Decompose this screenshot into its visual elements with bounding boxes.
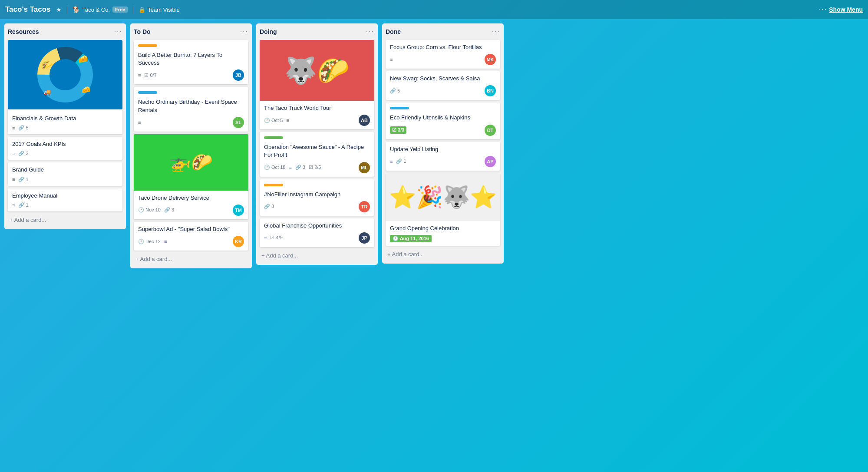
card-eco[interactable]: Eco Friendly Utensils & Napkins ☑ 3/3 DT [386, 102, 500, 139]
card-footer-focus: ≡ MK [390, 54, 496, 65]
avatar-swag: BN [485, 85, 496, 96]
card-nofiller[interactable]: #NoFiller Instagram Campaign 🔗 3 TR [260, 179, 374, 216]
card-title-focus: Focus Group: Corn vs. Flour Tortillas [390, 43, 496, 51]
column-title-done: Done [386, 28, 401, 35]
date-awesomesauce: 🕐 Oct 18 [264, 165, 285, 170]
card-title-goals: 2017 Goals And KPIs [12, 140, 118, 148]
divider2 [133, 5, 133, 14]
column-menu-resources[interactable]: ··· [114, 28, 122, 36]
card-inner-goals: 2017 Goals And KPIs ≡ 🔗 2 [8, 137, 122, 160]
card-franchise[interactable]: Global Franchise Opportunities ≡ ☑ 4/9 J… [260, 218, 374, 247]
desc-superbowl: ≡ [164, 239, 167, 244]
card-title-tacoworld: The Taco Truck World Tour [264, 104, 370, 112]
avatar-eco: DT [485, 125, 496, 136]
card-footer-nofiller: 🔗 3 TR [264, 201, 370, 212]
label-awesomesauce [264, 136, 283, 139]
card-inner-swag: New Swag: Socks, Scarves & Salsa 🔗 5 BN [386, 71, 500, 100]
card-brand[interactable]: Brand Guide ≡ 🔗 1 [8, 162, 122, 185]
card-footer-awesomesauce: 🕐 Oct 18 ≡ 🔗 3 ☑ 2/5 ML [264, 162, 370, 173]
board-title: Taco's Tacos [5, 5, 51, 14]
card-footer-yelp: ≡ 🔗 1 AP [390, 156, 496, 167]
card-grand[interactable]: ⭐🎉🐺⭐ Grand Opening Celebration 🕐 Aug 11,… [386, 173, 500, 246]
card-burrito[interactable]: Build A Better Burrito: 7 Layers To Succ… [134, 40, 248, 84]
add-card-resources[interactable]: + Add a card... [8, 214, 122, 226]
card-meta-employee: ≡ 🔗 1 [12, 202, 118, 208]
card-employee[interactable]: Employee Manual ≡ 🔗 1 [8, 188, 122, 211]
avatar-tacoworld: AB [359, 115, 370, 126]
add-card-todo[interactable]: + Add a card... [134, 253, 248, 265]
card-title-nofiller: #NoFiller Instagram Campaign [264, 191, 370, 198]
card-yelp[interactable]: Update Yelp Listing ≡ 🔗 1 AP [386, 142, 500, 171]
card-inner-awesomesauce: Operation "Awesome Sauce" - A Recipe For… [260, 132, 374, 176]
add-card-doing[interactable]: + Add a card... [260, 250, 374, 261]
attach-brand: 🔗 1 [18, 177, 28, 182]
column-header-doing: Doing ··· [260, 27, 374, 37]
show-menu-button[interactable]: Show Menu [829, 6, 863, 13]
avatar-burrito: JB [233, 69, 244, 81]
attach-drone: 🔗 3 [164, 207, 174, 213]
visibility-toggle[interactable]: 🔒 Team Visible [139, 7, 179, 13]
checklist-badge-eco: ☑ 3/3 [390, 126, 406, 134]
column-menu-done[interactable]: ··· [492, 28, 500, 36]
card-meta-tacoworld: 🕐 Oct 5 ≡ [264, 118, 359, 123]
column-menu-doing[interactable]: ··· [366, 28, 374, 36]
desc-yelp: ≡ [390, 159, 393, 164]
card-footer-grand: 🕐 Aug 11, 2016 [390, 235, 496, 242]
card-superbowl[interactable]: Superbowl Ad - "Super Salad Bowls" 🕐 Dec… [134, 222, 248, 251]
card-inner-eco: Eco Friendly Utensils & Napkins ☑ 3/3 DT [386, 102, 500, 139]
donut-chart-svg: 🌮 🧀 🧀 🚚 [35, 44, 96, 105]
column-doing: Doing ··· 🐺🌮 The Taco Truck World Tour 🕐… [256, 23, 378, 265]
attach-financials: 🔗 5 [18, 125, 28, 131]
card-drone[interactable]: 🚁🌮 Taco Drone Delivery Service 🕐 Nov 10 … [134, 134, 248, 219]
star-icon[interactable]: ★ [56, 6, 62, 13]
svg-text:🚚: 🚚 [43, 89, 51, 96]
card-tacoworld[interactable]: 🐺🌮 The Taco Truck World Tour 🕐 Oct 5 ≡ A… [260, 40, 374, 129]
column-menu-todo[interactable]: ··· [240, 28, 248, 36]
card-awesomesauce[interactable]: Operation "Awesome Sauce" - A Recipe For… [260, 132, 374, 176]
card-meta-grand: 🕐 Aug 11, 2016 [390, 235, 496, 242]
column-todo: To Do ··· Build A Better Burrito: 7 Laye… [130, 23, 252, 268]
column-header-todo: To Do ··· [134, 27, 248, 37]
date-tacoworld: 🕐 Oct 5 [264, 118, 283, 123]
card-footer-burrito: ≡ ☑ 0/7 JB [138, 69, 244, 81]
avatar-franchise: JP [359, 232, 370, 244]
attach-goals: 🔗 2 [18, 151, 28, 156]
card-title-yelp: Update Yelp Listing [390, 145, 496, 153]
org-switcher[interactable]: 🐕 Taco & Co. Free [73, 6, 128, 13]
card-footer-swag: 🔗 5 BN [390, 85, 496, 96]
card-footer-nacho: ≡ SL [138, 117, 244, 128]
column-done: Done ··· Focus Group: Corn vs. Flour Tor… [382, 23, 504, 264]
desc-icon-brand: ≡ [12, 177, 15, 182]
column-title-doing: Doing [260, 28, 277, 35]
column-header-resources: Resources ··· [8, 27, 122, 37]
card-meta-financials: ≡ 🔗 5 [12, 125, 118, 131]
card-meta-focus: ≡ [390, 57, 485, 62]
card-inner-yelp: Update Yelp Listing ≡ 🔗 1 AP [386, 142, 500, 171]
label-eco [390, 107, 409, 109]
card-meta-yelp: ≡ 🔗 1 [390, 158, 485, 164]
column-resources: Resources ··· 🌮 🧀 🧀 🚚 [4, 23, 126, 229]
label-burrito [138, 44, 157, 47]
attach-swag: 🔗 5 [390, 88, 400, 94]
desc-awesomesauce: ≡ [289, 165, 291, 170]
card-title-franchise: Global Franchise Opportunities [264, 222, 370, 230]
board: Resources ··· 🌮 🧀 🧀 🚚 [0, 19, 868, 277]
column-title-todo: To Do [134, 28, 151, 35]
card-inner-financials: Financials & Growth Data ≡ 🔗 5 [8, 111, 122, 134]
drone-image: 🚁🌮 [134, 134, 248, 191]
card-title-superbowl: Superbowl Ad - "Super Salad Bowls" [138, 225, 244, 233]
card-financials[interactable]: 🌮 🧀 🧀 🚚 Financials & Growth Data ≡ 🔗 5 [8, 40, 122, 134]
card-nacho[interactable]: Nacho Ordinary Birthday - Event Space Re… [134, 87, 248, 131]
label-nofiller [264, 184, 283, 186]
desc-icon-goals: ≡ [12, 151, 15, 156]
card-meta-eco: ☑ 3/3 [390, 126, 485, 134]
add-card-done[interactable]: + Add a card... [386, 248, 500, 260]
card-swag[interactable]: New Swag: Socks, Scarves & Salsa 🔗 5 BN [386, 71, 500, 100]
card-footer-tacoworld: 🕐 Oct 5 ≡ AB [264, 115, 370, 126]
card-goals[interactable]: 2017 Goals And KPIs ≡ 🔗 2 [8, 137, 122, 160]
card-focus[interactable]: Focus Group: Corn vs. Flour Tortillas ≡ … [386, 40, 500, 69]
more-dots: ··· [819, 6, 827, 13]
desc-tacoworld: ≡ [286, 118, 289, 123]
lock-icon: 🔒 [139, 7, 145, 13]
card-footer-brand: ≡ 🔗 1 [12, 177, 118, 182]
